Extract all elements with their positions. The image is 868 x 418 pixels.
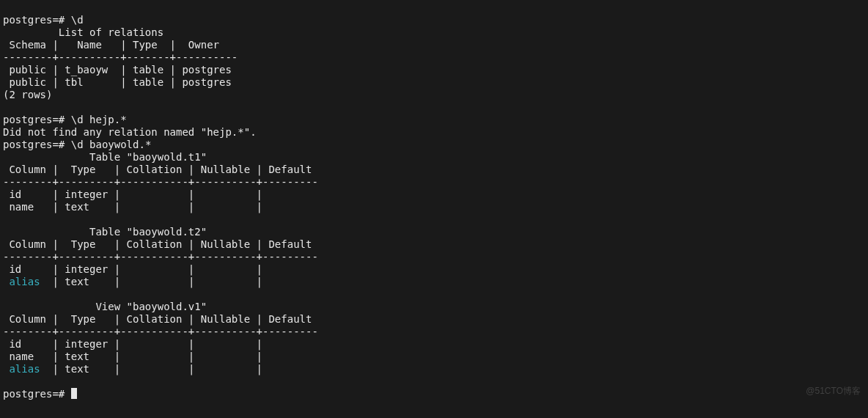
relations-count: (2 rows) <box>3 89 52 100</box>
prompt-2: postgres=# \d hejp.* <box>3 114 127 125</box>
table-row: id | integer | | | <box>3 188 262 200</box>
table-row: id | integer | | | <box>3 263 262 275</box>
table-row: alias | text | | | <box>3 363 262 375</box>
relations-separator: --------+----------+-------+---------- <box>3 51 238 63</box>
watermark: @51CTO博客 <box>806 385 861 397</box>
relations-row: public | t_baoyw | table | postgres <box>3 64 232 76</box>
relations-header: Schema | Name | Type | Owner <box>3 39 219 51</box>
columns-header: Column | Type | Collation | Nullable | D… <box>3 164 312 175</box>
table-t1-title: Table "baoywold.t1" <box>3 151 207 163</box>
columns-separator: --------+---------+-----------+---------… <box>3 251 318 263</box>
highlighted-column: alias <box>9 363 40 375</box>
prompt-3: postgres=# \d baoywold.* <box>3 139 151 150</box>
columns-header: Column | Type | Collation | Nullable | D… <box>3 313 312 325</box>
table-t2-title: Table "baoywold.t2" <box>3 226 207 238</box>
relations-row: public | tbl | table | postgres <box>3 76 232 88</box>
columns-separator: --------+---------+-----------+---------… <box>3 176 318 188</box>
relations-title: List of relations <box>3 26 163 38</box>
columns-separator: --------+---------+-----------+---------… <box>3 326 318 337</box>
table-row: name | text | | | <box>3 201 262 213</box>
view-v1-title: View "baoywold.v1" <box>3 301 207 312</box>
highlighted-column: alias <box>9 276 40 287</box>
terminal-output: postgres=# \d List of relations Schema |… <box>0 0 868 418</box>
table-row: name | text | | | <box>3 351 262 362</box>
not-found-message: Did not find any relation named "hejp.*"… <box>3 126 257 138</box>
prompt-1: postgres=# \d <box>3 14 84 26</box>
columns-header: Column | Type | Collation | Nullable | D… <box>3 238 312 250</box>
table-row: alias | text | | | <box>3 276 262 287</box>
cursor-icon <box>71 388 77 399</box>
current-prompt[interactable]: postgres=# <box>3 388 77 400</box>
table-row: id | integer | | | <box>3 338 262 350</box>
